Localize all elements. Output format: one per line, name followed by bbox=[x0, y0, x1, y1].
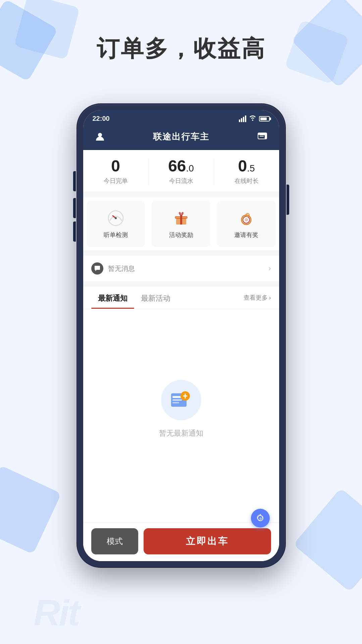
chevron-right-icon: › bbox=[268, 264, 271, 273]
notification-empty-state: 暂无最新通知 bbox=[83, 309, 279, 523]
app-header: 联途出行车主 bbox=[83, 125, 279, 150]
stat-online: 0.5 在线时长 bbox=[214, 158, 279, 185]
stat-online-value: 0.5 bbox=[214, 158, 279, 174]
stat-orders-value: 0 bbox=[83, 158, 148, 174]
svg-point-14 bbox=[245, 218, 248, 221]
phone-frame: 22:00 bbox=[77, 104, 285, 567]
notification-empty-text: 暂无最新通知 bbox=[159, 428, 203, 438]
bg-decoration-5 bbox=[0, 465, 61, 554]
tab-latest-activity[interactable]: 最新活动 bbox=[134, 287, 177, 309]
status-time: 22:00 bbox=[93, 115, 110, 122]
action-listen-detect[interactable]: 听单检测 bbox=[87, 201, 145, 247]
svg-rect-20 bbox=[172, 402, 179, 403]
stat-orders-label: 今日完单 bbox=[83, 177, 148, 185]
notification-illustration bbox=[161, 380, 201, 420]
page-headline: 订单多，收益高 bbox=[0, 34, 362, 64]
message-row[interactable]: 暂无消息 › bbox=[83, 256, 279, 281]
mode-button[interactable]: 模式 bbox=[91, 528, 138, 554]
phone-body: 22:00 bbox=[77, 104, 285, 567]
message-text: 暂无消息 bbox=[108, 264, 135, 273]
action-invite-reward[interactable]: 邀请有奖 bbox=[217, 201, 276, 247]
svg-point-16 bbox=[247, 214, 248, 216]
user-icon[interactable] bbox=[93, 129, 107, 144]
bottom-bar: 模式 立即出车 bbox=[83, 523, 279, 561]
battery-icon bbox=[259, 116, 270, 121]
tabs-row: 最新通知 最新活动 查看更多 › bbox=[83, 287, 279, 309]
signal-icon bbox=[239, 115, 246, 122]
message-icon[interactable] bbox=[255, 129, 270, 144]
stat-revenue: 66.0 今日流水 bbox=[148, 158, 214, 185]
tabs-more[interactable]: 查看更多 › bbox=[244, 294, 271, 302]
app-title: 联途出行车主 bbox=[153, 131, 209, 143]
wifi-icon bbox=[249, 115, 256, 122]
gift-icon bbox=[172, 209, 191, 228]
svg-point-0 bbox=[98, 133, 102, 137]
status-icons bbox=[239, 115, 270, 122]
tab-latest-notice[interactable]: 最新通知 bbox=[91, 287, 134, 309]
watermark: Rit bbox=[34, 591, 79, 634]
stats-row: 0 今日完单 66.0 今日流水 0.5 在线时长 bbox=[83, 150, 279, 192]
bg-decoration-6 bbox=[293, 488, 362, 592]
chevron-right-icon: › bbox=[269, 294, 271, 301]
chat-bubble-icon bbox=[91, 262, 103, 275]
gauge-icon bbox=[106, 209, 125, 228]
stat-revenue-value: 66.0 bbox=[149, 158, 214, 174]
action-activity-reward[interactable]: 活动奖励 bbox=[152, 201, 210, 247]
stat-orders: 0 今日完单 bbox=[83, 158, 148, 185]
invite-reward-label: 邀请有奖 bbox=[220, 231, 272, 239]
stat-revenue-label: 今日流水 bbox=[149, 177, 214, 185]
medal-icon bbox=[237, 209, 256, 228]
activity-reward-label: 活动奖励 bbox=[155, 231, 207, 239]
fab-button[interactable]: + bbox=[251, 509, 270, 528]
svg-rect-19 bbox=[172, 399, 182, 401]
quick-actions: 听单检测 bbox=[83, 197, 279, 250]
listen-detect-label: 听单检测 bbox=[90, 231, 142, 239]
depart-button[interactable]: 立即出车 bbox=[144, 528, 271, 554]
phone-screen: 22:00 bbox=[83, 110, 279, 561]
phone-notch bbox=[158, 110, 205, 119]
svg-text:+: + bbox=[259, 515, 261, 521]
stat-online-label: 在线时长 bbox=[214, 177, 279, 185]
app-content: 0 今日完单 66.0 今日流水 0.5 在线时长 bbox=[83, 150, 279, 561]
svg-point-7 bbox=[115, 217, 117, 219]
